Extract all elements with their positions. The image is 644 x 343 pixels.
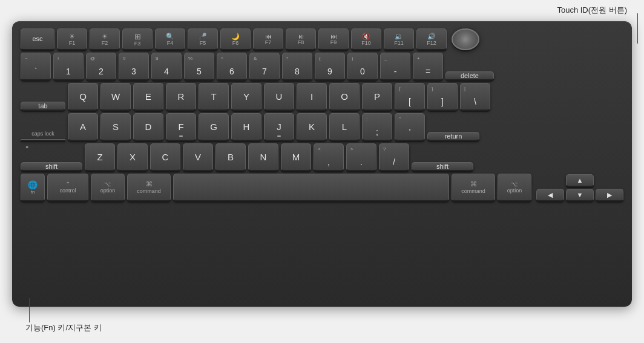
key-equals[interactable]: + = [413,53,443,80]
key-n[interactable]: N [248,143,278,171]
key-4[interactable]: $ 4 [151,53,182,80]
key-g[interactable]: G [199,113,229,141]
key-space[interactable] [173,174,449,201]
key-i[interactable]: I [297,83,327,111]
key-backslash[interactable]: | \ [460,83,490,111]
key-arrow-down[interactable]: ▼ [566,189,594,201]
key-a[interactable]: A [68,113,98,141]
key-q[interactable]: Q [68,83,98,111]
key-j[interactable]: J [264,113,294,141]
key-f4[interactable]: 🔍 F4 [155,28,185,50]
key-shift-right[interactable]: shift [412,162,473,171]
home-key-row: ● caps lock A S D F G H J K L : ; " ' re… [21,113,623,141]
qwerty-key-row: tab Q W E R T Y U I O P { [ } ] | \ [21,83,623,111]
key-1[interactable]: ! 1 [53,53,84,80]
key-f9[interactable]: ⏭ F9 [318,28,349,50]
key-u[interactable]: U [264,83,294,111]
key-6[interactable]: ^ 6 [217,53,247,80]
key-f10[interactable]: 🔇 F10 [351,28,381,50]
bottom-key-row: 🌐 fn ⌃ control ⌥ option ⌘ command ⌘ comm… [21,174,623,201]
key-arrow-left[interactable]: ◀ [536,189,564,201]
key-return[interactable]: return [427,132,479,141]
key-h[interactable]: H [231,113,261,141]
key-bracket-close[interactable]: } ] [427,83,458,111]
key-7[interactable]: & 7 [249,53,280,80]
key-m[interactable]: M [281,143,311,171]
key-o[interactable]: O [329,83,360,111]
key-8[interactable]: * 8 [282,53,312,80]
key-x[interactable]: X [117,143,148,171]
key-bracket-open[interactable]: { [ [395,83,425,111]
key-tab[interactable]: tab [21,102,65,111]
key-fn-globe[interactable]: 🌐 fn [21,174,45,201]
touch-id-key[interactable] [452,28,479,50]
key-0[interactable]: ) 0 [347,53,378,80]
key-control[interactable]: ⌃ control [47,174,88,201]
key-command-right[interactable]: ⌘ command [452,174,495,201]
key-esc[interactable]: esc [21,28,54,50]
key-arrow-up[interactable]: ▲ [566,174,594,187]
shift-key-row: shift Z X C V B N M < , > . ? / shift [21,143,623,171]
key-f3[interactable]: ⊞ F3 [122,28,153,50]
key-f2[interactable]: ☀ F2 [90,28,120,50]
key-caps-lock[interactable]: ● caps lock [21,139,65,141]
key-p[interactable]: P [362,83,392,111]
key-c[interactable]: C [150,143,180,171]
key-f11[interactable]: 🔉 F11 [384,28,414,50]
touch-id-annotation: Touch ID(전원 버튼) [557,5,627,16]
key-2[interactable]: @ 2 [86,53,116,80]
number-key-row: ~ ` ! 1 @ 2 # 3 $ 4 % 5 ^ 6 & 7 [21,53,623,80]
key-w[interactable]: W [100,83,131,111]
key-b[interactable]: B [215,143,246,171]
key-semicolon[interactable]: : ; [362,113,392,141]
key-backtick[interactable]: ~ ` [21,53,51,80]
key-f[interactable]: F [166,113,196,141]
key-z[interactable]: Z [85,143,115,171]
key-period[interactable]: > . [346,143,376,171]
key-arrow-right[interactable]: ▶ [596,189,623,201]
key-f1[interactable]: ☀ F1 [57,28,87,50]
key-d[interactable]: D [133,113,163,141]
key-quote[interactable]: " ' [395,113,425,141]
key-k[interactable]: K [297,113,327,141]
key-9[interactable]: ( 9 [315,53,345,80]
key-delete[interactable]: delete [445,71,494,80]
key-5[interactable]: % 5 [184,53,214,80]
key-3[interactable]: # 3 [119,53,149,80]
key-r[interactable]: R [166,83,196,111]
key-command-left[interactable]: ⌘ command [127,174,171,201]
key-f5[interactable]: 🎤 F5 [188,28,218,50]
key-shift-left[interactable]: shift [21,162,82,171]
key-e[interactable]: E [133,83,163,111]
fn-key-annotation: 기능(Fn) 키/지구본 키 [25,322,102,333]
fn-key-row: esc ☀ F1 ☀ F2 ⊞ F3 🔍 F4 🎤 F5 🌙 F6 ⏮ F7 [21,28,623,50]
key-f7[interactable]: ⏮ F7 [253,28,283,50]
key-t[interactable]: T [199,83,229,111]
key-minus[interactable]: _ - [380,53,410,80]
key-f6[interactable]: 🌙 F6 [220,28,251,50]
key-f8[interactable]: ⏯ F8 [286,28,316,50]
key-slash[interactable]: ? / [379,143,409,171]
key-y[interactable]: Y [231,83,261,111]
key-l[interactable]: L [329,113,360,141]
key-option-right[interactable]: ⌥ option [498,174,531,201]
keyboard: esc ☀ F1 ☀ F2 ⊞ F3 🔍 F4 🎤 F5 🌙 F6 ⏮ F7 [12,21,632,307]
key-f12[interactable]: 🔊 F12 [416,28,447,50]
key-option-left[interactable]: ⌥ option [91,174,125,201]
key-s[interactable]: S [100,113,131,141]
key-comma[interactable]: < , [314,143,344,171]
key-v[interactable]: V [183,143,213,171]
